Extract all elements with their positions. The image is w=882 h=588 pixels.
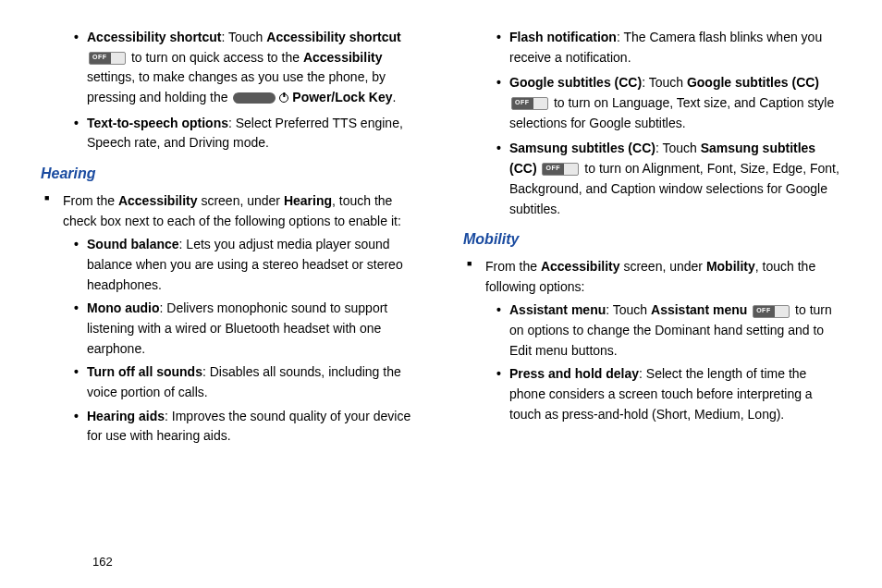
power-icon [279,93,288,103]
mobility-bullets: Assistant menu: Touch Assistant menu to … [485,300,845,424]
heading-hearing: Hearing [37,163,423,186]
label: Mono audio [87,300,160,315]
bullet-turn-off-sounds: Turn off all sounds: Disables all sounds… [78,362,423,402]
page-number: 162 [92,553,113,571]
bullet-mono-audio: Mono audio: Delivers monophonic sound to… [78,299,423,359]
hearing-intro: From the Accessibility screen, under Hea… [63,191,423,447]
label: Google subtitles (CC) [509,75,642,90]
bullet-press-hold-delay: Press and hold delay: Select the length … [500,364,845,424]
label: Sound balance [87,237,179,251]
label: Mobility [706,259,755,274]
text: : Touch [606,302,651,317]
label: Accessibility [541,259,620,274]
toggle-off-icon [89,52,126,65]
bullet-accessibility-shortcut: Accessibility shortcut: Touch Accessibil… [78,28,423,108]
mobility-intro: From the Accessibility screen, under Mob… [485,257,845,425]
power-key-icon [233,92,276,104]
text: : Touch [655,141,701,155]
square-list-mobility: From the Accessibility screen, under Mob… [459,257,845,425]
top-bullet-list-right: Flash notification: The Camera flash bli… [459,28,845,219]
text: From the [485,259,541,274]
label: Accessibility shortcut [87,30,222,44]
column-left: Accessibility shortcut: Touch Accessibil… [37,28,423,450]
heading-mobility: Mobility [459,228,845,251]
label: Assistant menu [651,302,747,317]
label: Accessibility [118,193,198,208]
label: Samsung subtitles (CC) [509,141,655,155]
label: Hearing aids [87,409,165,423]
bullet-sound-balance: Sound balance: Lets you adjust media pla… [78,235,423,295]
text: From the [63,193,118,208]
square-list-hearing: From the Accessibility screen, under Hea… [37,191,423,447]
label: Hearing [284,193,332,208]
bullet-samsung-subtitles: Samsung subtitles (CC): Touch Samsung su… [500,139,845,219]
bullet-google-subtitles: Google subtitles (CC): Touch Google subt… [500,73,845,133]
text: : Touch [642,75,687,90]
text: . [393,90,397,104]
toggle-off-icon [542,163,579,176]
toggle-off-icon [511,97,548,110]
bullet-assistant-menu: Assistant menu: Touch Assistant menu to … [500,300,845,361]
toggle-off-icon [753,305,790,318]
label: Assistant menu [509,302,606,317]
text: to turn on Language, Text size, and Capt… [509,95,834,130]
column-right: Flash notification: The Camera flash bli… [459,28,845,450]
label: Google subtitles (CC) [687,75,819,90]
label: Text-to-speech options [87,116,228,130]
text: : Touch [222,30,267,44]
bullet-hearing-aids: Hearing aids: Improves the sound quality… [78,407,423,447]
label: Turn off all sounds [87,364,202,379]
label: Press and hold delay [509,366,639,381]
label: Accessibility shortcut [266,30,401,44]
bullet-tts-options: Text-to-speech options: Select Preferred… [78,114,423,153]
label: Flash notification [509,30,617,44]
text: to turn on quick access to the [128,50,303,65]
text: screen, under [620,259,706,274]
text: screen, under [198,193,284,208]
bullet-flash-notification: Flash notification: The Camera flash bli… [500,28,845,67]
top-bullet-list-left: Accessibility shortcut: Touch Accessibil… [37,28,423,153]
page-columns: Accessibility shortcut: Touch Accessibil… [37,28,845,450]
label: Power/Lock Key [292,90,392,104]
hearing-bullets: Sound balance: Lets you adjust media pla… [63,235,423,447]
label: Accessibility [303,50,383,65]
